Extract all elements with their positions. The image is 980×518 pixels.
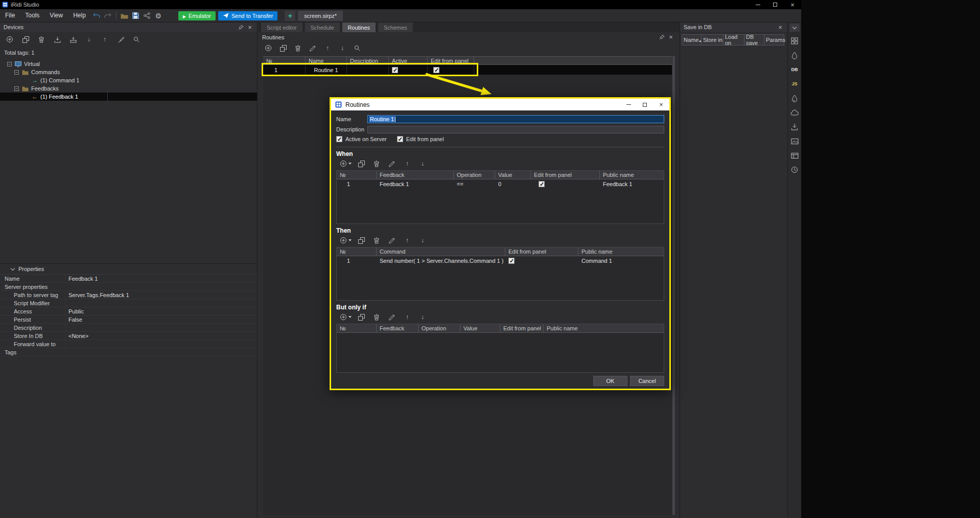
property-value[interactable]: Feedback 1	[66, 275, 257, 282]
dialog-close-button[interactable]	[653, 99, 669, 110]
properties-header[interactable]: Properties	[0, 264, 257, 275]
pin-icon[interactable]	[657, 34, 666, 41]
settings-gear-icon[interactable]	[153, 10, 164, 21]
column-header-num[interactable]: №	[263, 57, 306, 64]
delete-icon[interactable]	[36, 34, 47, 45]
column-header-edit-from-panel[interactable]: Edit from panel	[531, 171, 600, 179]
column-header-public-name[interactable]: Public name	[600, 171, 664, 179]
share-icon[interactable]	[142, 10, 153, 21]
clear-icon[interactable]	[115, 34, 126, 45]
vertical-scrollbar[interactable]	[672, 56, 675, 515]
property-value[interactable]: Public	[66, 307, 257, 315]
active-on-server-checkbox[interactable]	[336, 136, 342, 142]
add-condition-button[interactable]	[340, 313, 352, 321]
edit-from-panel-checkbox[interactable]	[433, 67, 439, 73]
property-value[interactable]	[66, 340, 257, 348]
property-value[interactable]: False	[66, 316, 257, 323]
copy-icon[interactable]	[356, 158, 367, 169]
property-value[interactable]: Server.Tags.Feedback 1	[66, 291, 257, 299]
edit-from-panel-checkbox[interactable]	[397, 136, 403, 142]
move-up-icon[interactable]	[99, 34, 110, 45]
column-header-feedback[interactable]: Feedback	[377, 324, 418, 332]
search-icon[interactable]	[352, 42, 363, 54]
property-value[interactable]	[66, 324, 257, 331]
new-tab-button[interactable]: +	[285, 11, 295, 21]
ok-button[interactable]: OK	[593, 376, 627, 386]
collapse-icon[interactable]	[14, 70, 19, 75]
edit-icon[interactable]	[307, 42, 318, 54]
styles-icon[interactable]	[789, 93, 800, 103]
column-header-load-on[interactable]: Load on	[724, 34, 744, 46]
history-icon[interactable]	[789, 165, 800, 175]
then-row[interactable]: 1 Send number( 1 > Server.Channels.Comma…	[337, 256, 664, 265]
tree-item-virtual[interactable]: Virtual	[0, 60, 257, 68]
close-icon[interactable]	[666, 34, 675, 41]
active-checkbox[interactable]	[392, 67, 398, 73]
scrollbar-thumb[interactable]	[672, 56, 675, 515]
tree-item-feedback-1[interactable]: (1) Feedback 1	[0, 93, 257, 101]
import-tags-icon[interactable]	[52, 34, 63, 45]
add-condition-button[interactable]	[340, 160, 352, 167]
send-to-transfer-button[interactable]: Send to Transfer	[218, 11, 277, 20]
redo-icon[interactable]	[102, 10, 113, 21]
move-up-icon[interactable]	[322, 42, 333, 54]
tree-item-command-1[interactable]: (1) Command 1	[0, 76, 257, 84]
tab-script-editor[interactable]: Script editor	[261, 22, 302, 32]
tree-item-commands[interactable]: Commands	[0, 68, 257, 76]
delete-icon[interactable]	[371, 235, 382, 246]
move-down-icon[interactable]	[417, 235, 428, 246]
column-header-edit-from-panel[interactable]: Edit from panel	[505, 247, 578, 256]
when-row[interactable]: 1 Feedback 1 == 0 Feedback 1	[337, 179, 664, 189]
add-action-button[interactable]	[340, 237, 352, 244]
dialog-maximize-button[interactable]	[637, 99, 653, 110]
menu-file[interactable]: File	[0, 9, 20, 22]
edit-from-panel-checkbox[interactable]	[508, 258, 515, 264]
column-header-operation[interactable]: Operation	[418, 324, 460, 332]
column-header-store-in[interactable]: Store in	[702, 34, 724, 46]
move-up-icon[interactable]	[402, 235, 413, 246]
column-header-edit-from-panel[interactable]: Edit from panel	[500, 324, 544, 332]
collapse-icon[interactable]	[7, 62, 12, 66]
edit-icon[interactable]	[386, 311, 398, 323]
minimize-button[interactable]	[749, 0, 766, 9]
menu-tools[interactable]: Tools	[20, 9, 44, 22]
column-header-operation[interactable]: Operation	[454, 171, 495, 179]
column-header-num[interactable]: №	[337, 324, 377, 332]
delete-icon[interactable]	[292, 42, 304, 54]
add-routine-icon[interactable]	[263, 42, 274, 54]
copy-icon[interactable]	[20, 34, 31, 45]
cloud-icon[interactable]	[789, 107, 800, 118]
move-down-icon[interactable]	[337, 42, 348, 54]
column-header-num[interactable]: №	[337, 171, 377, 179]
transfer-icon[interactable]	[789, 122, 800, 132]
open-project-icon[interactable]	[119, 10, 130, 21]
project-overview-icon[interactable]	[789, 36, 800, 46]
column-header-public-name[interactable]: Public name	[578, 247, 664, 256]
routine-row[interactable]: 1 Routine 1	[263, 65, 675, 75]
pin-icon[interactable]	[236, 24, 245, 31]
move-down-icon[interactable]	[417, 311, 428, 323]
tree-item-feedbacks[interactable]: Feedbacks	[0, 84, 257, 93]
tab-schedule[interactable]: Schedule	[305, 22, 340, 32]
themes-icon[interactable]	[789, 50, 800, 60]
js-editor-icon[interactable]: JS	[789, 79, 800, 89]
column-header-name[interactable]: Name	[306, 57, 347, 64]
copy-icon[interactable]	[356, 235, 367, 246]
close-icon[interactable]	[245, 24, 254, 31]
delete-icon[interactable]	[371, 158, 382, 169]
gallery-icon[interactable]	[789, 136, 800, 146]
property-value[interactable]	[66, 299, 257, 307]
edit-icon[interactable]	[386, 158, 398, 169]
maximize-button[interactable]	[766, 0, 784, 9]
column-header-value[interactable]: Value	[495, 171, 531, 179]
description-input[interactable]	[367, 126, 664, 133]
panel-menu-chevron-icon[interactable]	[789, 24, 800, 32]
column-header-feedback[interactable]: Feedback	[377, 171, 454, 179]
column-header-name[interactable]: Name	[682, 34, 702, 46]
search-icon[interactable]	[131, 34, 142, 45]
property-value[interactable]: <None>	[66, 332, 257, 340]
undo-icon[interactable]	[91, 10, 102, 21]
emulator-button[interactable]: Emulator	[178, 11, 216, 20]
edit-from-panel-checkbox[interactable]	[539, 181, 545, 187]
move-up-icon[interactable]	[402, 311, 413, 323]
